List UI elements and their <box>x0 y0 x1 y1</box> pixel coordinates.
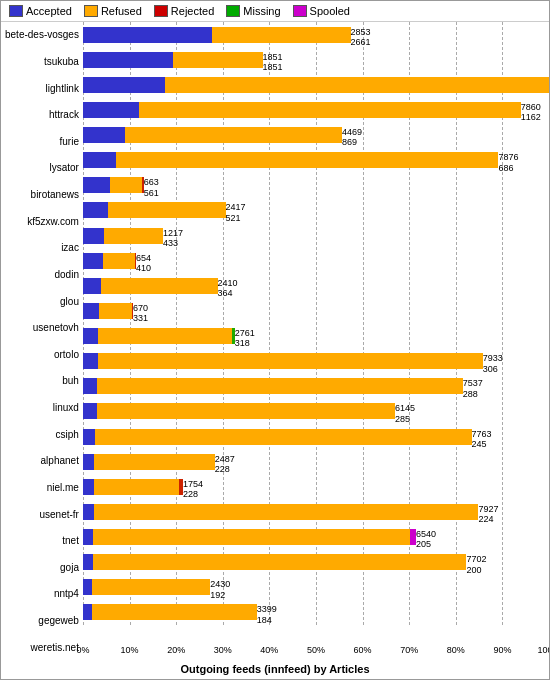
y-label: lightlink <box>5 84 79 94</box>
bar-row: 6540205 <box>83 529 549 545</box>
bar-segment-accepted <box>83 328 98 344</box>
bar-segment-refused <box>212 27 350 43</box>
legend-label: Rejected <box>171 5 214 17</box>
y-label: tsukuba <box>5 57 79 67</box>
bar-segment-refused <box>95 429 472 445</box>
y-label: nntp4 <box>5 589 79 599</box>
y-label: usenetovh <box>5 323 79 333</box>
y-label: linuxd <box>5 403 79 413</box>
legend-item-rejected: Rejected <box>154 5 214 17</box>
y-label: bete-des-vosges <box>5 30 79 40</box>
bar-segment-refused <box>94 504 479 520</box>
bar-value-labels: 18511851 <box>263 52 283 73</box>
bar-value-labels: 4469869 <box>342 127 362 148</box>
bar-segment-accepted <box>83 278 101 294</box>
y-label: goja <box>5 563 79 573</box>
bar-value-labels: 78601162 <box>521 102 541 123</box>
y-label: kf5zxw.com <box>5 217 79 227</box>
bar-row: 7933306 <box>83 353 549 369</box>
bar-value-labels: 1754228 <box>183 479 203 500</box>
bar-value-labels: 670331 <box>133 303 148 324</box>
bar-value-labels: 3399184 <box>257 604 277 625</box>
bar-row: 2417521 <box>83 202 549 218</box>
y-axis-labels: bete-des-vosgestsukubalightlinkhttrackfu… <box>1 22 83 661</box>
legend-item-missing: Missing <box>226 5 280 17</box>
bar-segment-refused <box>103 253 135 269</box>
bar-row: 79141690 <box>83 77 549 93</box>
legend-item-accepted: Accepted <box>9 5 72 17</box>
bar-row: 2430192 <box>83 579 549 595</box>
y-label: izac <box>5 243 79 253</box>
bar-value-labels: 7933306 <box>483 353 503 374</box>
bar-segment-accepted <box>83 579 92 595</box>
bar-segment-accepted <box>83 604 92 620</box>
bar-segment-accepted <box>83 504 94 520</box>
bar-segment-refused <box>97 403 395 419</box>
y-label: birotanews <box>5 190 79 200</box>
bar-segment-refused <box>97 378 463 394</box>
bar-segment-refused <box>125 127 342 143</box>
bar-segment-refused <box>99 303 132 319</box>
bar-segment-refused <box>98 328 232 344</box>
bar-segment-refused <box>108 202 225 218</box>
x-tick: 80% <box>447 645 465 655</box>
bar-value-labels: 6540205 <box>416 529 436 550</box>
bar-segment-accepted <box>83 353 98 369</box>
legend-label: Missing <box>243 5 280 17</box>
bar-segment-refused <box>116 152 498 168</box>
bar-row: 78601162 <box>83 102 549 118</box>
bar-row: 7927224 <box>83 504 549 520</box>
bar-value-labels: 7537288 <box>463 378 483 399</box>
bar-segment-accepted <box>83 102 139 118</box>
legend-item-refused: Refused <box>84 5 142 17</box>
bar-segment-refused <box>98 353 483 369</box>
bar-row: 670331 <box>83 303 549 319</box>
bar-segment-accepted <box>83 303 99 319</box>
bar-row: 654410 <box>83 253 549 269</box>
x-tick: 10% <box>121 645 139 655</box>
x-tick: 0% <box>76 645 89 655</box>
bar-value-labels: 2487228 <box>215 454 235 475</box>
bar-row: 1217433 <box>83 228 549 244</box>
y-label: tnet <box>5 536 79 546</box>
bar-value-labels: 2417521 <box>226 202 246 223</box>
x-tick: 70% <box>400 645 418 655</box>
bar-value-labels: 7702200 <box>466 554 486 575</box>
bar-segment-accepted <box>83 177 110 193</box>
bar-segment-accepted <box>83 403 97 419</box>
bar-value-labels: 6145285 <box>395 403 415 424</box>
x-tick: 30% <box>214 645 232 655</box>
bar-row: 7537288 <box>83 378 549 394</box>
bar-segment-refused <box>104 228 163 244</box>
legend-label: Accepted <box>26 5 72 17</box>
bar-segment-refused <box>93 529 410 545</box>
bar-row: 3399184 <box>83 604 549 620</box>
bar-segment-accepted <box>83 152 116 168</box>
x-tick: 50% <box>307 645 325 655</box>
bar-segment-refused <box>139 102 520 118</box>
y-label: furie <box>5 137 79 147</box>
bar-segment-accepted <box>83 429 95 445</box>
x-tick: 100% <box>537 645 549 655</box>
y-label: usenet-fr <box>5 510 79 520</box>
bar-row: 6145285 <box>83 403 549 419</box>
bar-segment-refused <box>92 604 257 620</box>
bar-segment-accepted <box>83 454 94 470</box>
bar-row: 4469869 <box>83 127 549 143</box>
bar-segment-accepted <box>83 27 212 43</box>
bar-row: 28532661 <box>83 27 549 43</box>
legend-label: Refused <box>101 5 142 17</box>
bar-row: 2410364 <box>83 278 549 294</box>
bar-segment-refused <box>173 52 263 68</box>
y-label: csiph <box>5 430 79 440</box>
bar-segment-refused <box>94 479 179 495</box>
bar-value-labels: 7763245 <box>472 429 492 450</box>
chart-container: AcceptedRefusedRejectedMissingSpooled be… <box>0 0 550 680</box>
bar-segment-accepted <box>83 202 108 218</box>
y-label: alphanet <box>5 456 79 466</box>
y-label: weretis.net <box>5 643 79 653</box>
y-label: lysator <box>5 163 79 173</box>
y-label: httrack <box>5 110 79 120</box>
bar-segment-accepted <box>83 127 125 143</box>
bar-row: 1754228 <box>83 479 549 495</box>
